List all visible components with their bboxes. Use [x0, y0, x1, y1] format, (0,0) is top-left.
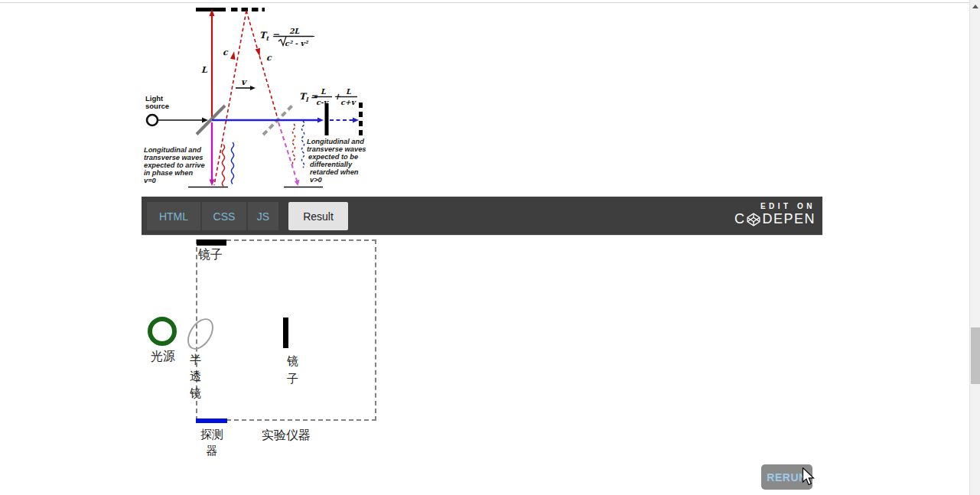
light-source-caption: Lightsource — [145, 94, 169, 110]
detector — [196, 418, 227, 423]
svg-text:c+v: c+v — [340, 98, 357, 106]
codepen-logo-icon — [746, 212, 761, 227]
light-source-drawing — [147, 115, 208, 125]
svg-text:2L: 2L — [289, 27, 300, 35]
svg-text:Tt=: Tt= — [259, 30, 279, 42]
brand-suffix: DEPEN — [762, 211, 816, 227]
wave-squiggles — [222, 121, 304, 186]
edit-on-label: EDIT ON — [734, 202, 816, 210]
light-source-label: 光源 — [151, 349, 175, 363]
top-mirror-label: 镜子 — [198, 247, 223, 262]
left-note: Longitudinal andtransverse wavesexpected… — [144, 146, 205, 184]
edit-on-codepen-link[interactable]: EDIT ON C DEPEN — [734, 202, 816, 227]
light-source — [148, 317, 177, 346]
tab-js[interactable]: JS — [248, 202, 278, 230]
scrollbar-thumb[interactable] — [971, 327, 980, 384]
label-c-left: c — [223, 47, 229, 57]
tab-html[interactable]: HTML — [147, 202, 200, 230]
transverse-beam — [210, 9, 215, 117]
mouse-cursor — [802, 467, 816, 487]
apparatus-label: 实验仪器 — [262, 428, 311, 442]
label-L: L — [201, 65, 207, 75]
svg-text:L: L — [346, 87, 351, 96]
scrollbar-up-button[interactable] — [970, 2, 980, 11]
formula-longitudinal: Tl= L c-v + L c+v — [299, 87, 357, 106]
longitudinal-beam — [212, 103, 361, 136]
right-mirror-label: 镜子 — [287, 352, 301, 387]
scrollbar-up-arrow-icon — [972, 5, 978, 8]
right-note: Longitudinal andtransverse wavesexpected… — [307, 138, 366, 184]
return-beam-solid — [210, 122, 215, 186]
label-v: v — [241, 77, 248, 87]
svg-text:c-v: c-v — [316, 98, 329, 106]
tab-css[interactable]: CSS — [202, 202, 246, 230]
brand-prefix: C — [734, 211, 746, 227]
tab-result[interactable]: Result — [288, 202, 348, 230]
label-c-right: c — [266, 53, 272, 63]
half-mirror-label: 半透镜 — [190, 351, 203, 402]
return-beam-dashed — [278, 122, 300, 186]
right-mirror — [283, 318, 288, 348]
formula-transverse: Tt= 2L c² - v² — [259, 27, 314, 47]
michelson-diagram-image: Lightsource L c c v Tt= 2L c² - v² Tl= L… — [142, 0, 371, 191]
svg-text:c² - v²: c² - v² — [285, 39, 309, 47]
scrollbar[interactable] — [969, 0, 980, 495]
codepen-tabs: HTML CSS JS Result — [147, 202, 348, 230]
codepen-brand: C DEPEN — [734, 211, 816, 227]
top-mirror-solid — [196, 8, 226, 11]
top-mirror — [197, 239, 226, 246]
detector-label: 探测器 — [198, 426, 226, 458]
svg-text:L: L — [321, 87, 326, 96]
codepen-embed-bar: HTML CSS JS Result EDIT ON C DEPEN — [142, 197, 822, 235]
